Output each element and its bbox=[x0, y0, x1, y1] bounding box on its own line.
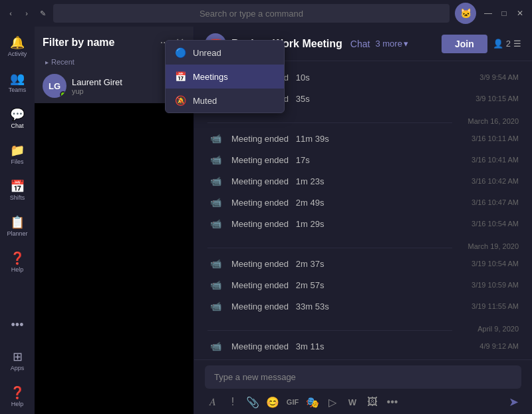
more-tabs-button[interactable]: 3 more ▾ bbox=[375, 39, 408, 49]
search-input[interactable] bbox=[53, 4, 450, 23]
message-toolbar: 𝐴 ! 📎 😊 GIF 🎭 ▷ W 🖼 ••• ➤ bbox=[205, 393, 521, 411]
sidebar-item-activity[interactable]: 🔔 Activity bbox=[1, 29, 33, 64]
left-panel-title: Filter by name bbox=[43, 37, 154, 49]
dictate-button[interactable]: W bbox=[344, 394, 360, 410]
planner-label: Planner bbox=[7, 230, 27, 237]
black-box bbox=[35, 103, 194, 414]
chat-tab-label: Chat bbox=[350, 39, 370, 49]
muted-label: Muted bbox=[193, 96, 217, 106]
close-button[interactable]: ✕ bbox=[513, 7, 527, 20]
more-icon: ••• bbox=[11, 319, 24, 331]
table-row: 📹 Meeting ended 2m 37s 3/19 10:54 AM bbox=[194, 253, 532, 274]
muted-icon: 🔕 bbox=[175, 95, 186, 106]
message-content: Meeting ended 2m 57s bbox=[231, 280, 464, 290]
avatar: LG bbox=[43, 74, 66, 98]
participants-button[interactable]: 👤 2 ☰ bbox=[493, 39, 521, 49]
sidebar-item-help2[interactable]: ❓ Help bbox=[1, 379, 33, 414]
message-content: Meeting ended 1m 23s bbox=[231, 176, 464, 186]
message-content: Meeting ended 2m 49s bbox=[231, 198, 464, 208]
table-row: 📹 Meeting ended 2m 57s 3/19 10:59 AM bbox=[194, 274, 532, 296]
video-icon: 📹 bbox=[207, 256, 223, 272]
image-button[interactable]: 🖼 bbox=[364, 394, 380, 410]
meet-button[interactable]: ▷ bbox=[325, 394, 340, 410]
format-button[interactable]: 𝐴 bbox=[205, 394, 221, 410]
unread-label: Unread bbox=[193, 48, 221, 58]
back-button[interactable]: ‹ bbox=[5, 8, 16, 19]
help-icon: ❓ bbox=[10, 252, 25, 264]
message-input[interactable]: Type a new message bbox=[205, 365, 521, 389]
help2-icon: ❓ bbox=[10, 387, 25, 399]
date-divider: March 19, 2020 bbox=[194, 234, 532, 253]
dropdown-item-meetings[interactable]: 📅 Meetings bbox=[166, 65, 284, 89]
message-meta: 3/16 10:54 AM bbox=[471, 220, 519, 228]
files-label: Files bbox=[11, 158, 23, 165]
message-content: Meeting ended 11m 39s bbox=[231, 134, 464, 144]
avatar[interactable]: 🐱 bbox=[455, 3, 476, 24]
message-meta: 3/19 10:59 AM bbox=[471, 281, 519, 289]
more-count-label: 3 more bbox=[375, 39, 402, 49]
teams-icon: 👥 bbox=[10, 73, 25, 85]
maximize-button[interactable]: □ bbox=[497, 7, 511, 20]
more-toolbar-button[interactable]: ••• bbox=[384, 394, 400, 410]
sidebar-item-files[interactable]: 📁 Files bbox=[1, 137, 33, 172]
chat-icon: 💬 bbox=[10, 108, 25, 120]
table-row: 📹 Meeting ended 1m 29s 3/16 10:54 AM bbox=[194, 213, 532, 234]
video-icon: 📹 bbox=[207, 277, 223, 293]
window-controls[interactable]: — □ ✕ bbox=[481, 7, 527, 20]
message-meta: 3/19 11:55 AM bbox=[471, 302, 519, 310]
minimize-button[interactable]: — bbox=[481, 7, 495, 20]
attach-button[interactable]: 📎 bbox=[245, 394, 261, 410]
join-button[interactable]: Join bbox=[442, 35, 487, 53]
table-row: 📹 Meeting ended 1m 23s 3/16 10:42 AM bbox=[194, 170, 532, 192]
message-meta: 3/16 10:41 AM bbox=[471, 156, 519, 164]
message-content: Meeting ended 1m 29s bbox=[231, 219, 464, 229]
sidebar-item-chat[interactable]: 💬 Chat bbox=[1, 101, 33, 136]
sidebar-item-planner[interactable]: 📋 Planner bbox=[1, 209, 33, 244]
dropdown-item-muted[interactable]: 🔕 Muted bbox=[166, 89, 284, 112]
participants-icon: 👤 bbox=[493, 39, 503, 49]
forward-button[interactable]: › bbox=[21, 8, 32, 19]
video-icon: 📹 bbox=[207, 298, 223, 314]
table-row: 📹 Meeting ended 17s 3/16 10:41 AM bbox=[194, 149, 532, 170]
message-meta: 3/19 10:54 AM bbox=[471, 260, 519, 268]
video-icon: 📹 bbox=[207, 130, 223, 146]
menu-icon: ☰ bbox=[513, 39, 521, 49]
sidebar-item-shifts[interactable]: 📅 Shifts bbox=[1, 173, 33, 208]
message-input-area: Type a new message 𝐴 ! 📎 😊 GIF 🎭 ▷ W 🖼 •… bbox=[194, 359, 532, 414]
sticker-button[interactable]: 🎭 bbox=[305, 394, 321, 410]
message-meta: 3/9 9:54 AM bbox=[479, 73, 519, 81]
send-button[interactable]: ➤ bbox=[505, 394, 521, 410]
message-content: Meeting ended 17s bbox=[231, 155, 464, 165]
table-row: 📹 Meeting ended 11m 39s 3/16 10:11 AM bbox=[194, 128, 532, 149]
message-content: Meeting ended 3m 11s bbox=[231, 341, 471, 351]
files-icon: 📁 bbox=[10, 144, 25, 156]
sidebar-item-apps[interactable]: ⊞ Apps bbox=[1, 343, 33, 378]
message-meta: 3/16 10:47 AM bbox=[471, 198, 519, 206]
planner-icon: 📋 bbox=[10, 216, 25, 228]
apps-label: Apps bbox=[11, 365, 25, 371]
video-icon: 📹 bbox=[207, 216, 223, 232]
sidebar-item-teams[interactable]: 👥 Teams bbox=[1, 65, 33, 100]
gif-button[interactable]: GIF bbox=[285, 394, 301, 410]
activity-label: Activity bbox=[8, 51, 27, 57]
app-body: 🔔 Activity 👥 Teams 💬 Chat 📁 Files 📅 Shif… bbox=[0, 27, 532, 414]
nav-controls[interactable]: ‹ › ✎ bbox=[5, 8, 48, 19]
message-meta: 3/9 10:15 AM bbox=[475, 95, 519, 103]
online-indicator bbox=[60, 91, 66, 98]
priority-button[interactable]: ! bbox=[225, 394, 241, 410]
table-row: 📹 Meeting ended 33m 53s 3/19 11:55 AM bbox=[194, 296, 532, 317]
date-divider: April 9, 2020 bbox=[194, 317, 532, 335]
table-row: 📹 Meeting ended 3m 11s 4/9 9:12 AM bbox=[194, 335, 532, 357]
dropdown-item-unread[interactable]: 🔵 Unread bbox=[166, 41, 284, 65]
message-content: Meeting ended 33m 53s bbox=[231, 302, 464, 311]
edit-icon[interactable]: ✎ bbox=[37, 8, 48, 19]
help2-label: Help bbox=[11, 401, 24, 407]
emoji-button[interactable]: 😊 bbox=[265, 394, 281, 410]
shifts-label: Shifts bbox=[10, 194, 25, 201]
meetings-icon: 📅 bbox=[175, 71, 186, 82]
sidebar-item-more[interactable]: ••• bbox=[1, 308, 33, 342]
teams-label: Teams bbox=[9, 87, 27, 93]
sidebar-item-help[interactable]: ❓ Help bbox=[1, 245, 33, 280]
video-icon: 📹 bbox=[207, 194, 223, 210]
sidebar-nav: 🔔 Activity 👥 Teams 💬 Chat 📁 Files 📅 Shif… bbox=[0, 27, 35, 414]
